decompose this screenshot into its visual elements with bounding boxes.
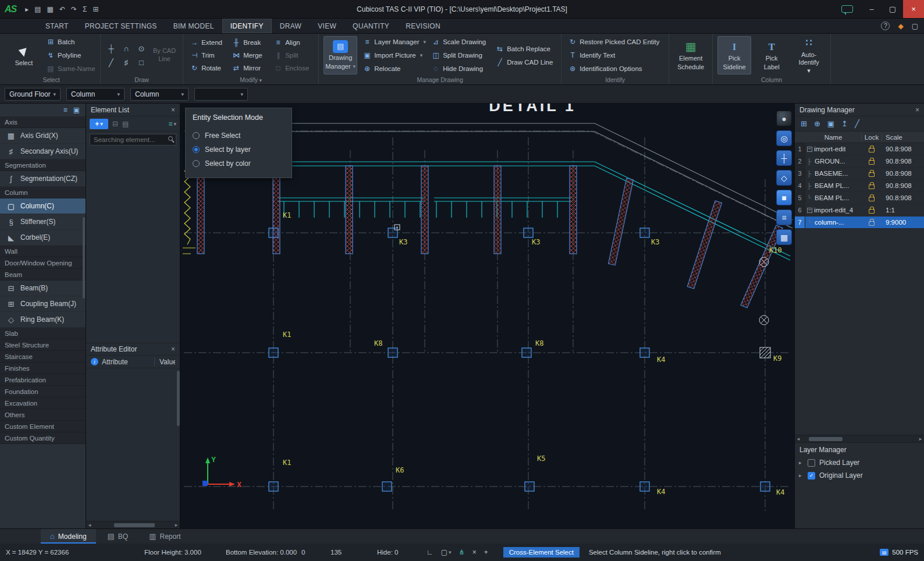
checkbox-picked-layer[interactable] (808, 459, 815, 467)
relative-coord-icon[interactable]: + (484, 548, 488, 556)
ribbon-split-button[interactable]: ∥Split (272, 49, 314, 61)
layers-view-icon[interactable]: ≡ (776, 210, 792, 225)
category-staircase[interactable]: Staircase (0, 351, 86, 363)
category-others[interactable]: Others (0, 409, 86, 421)
drawing-row-import-edit[interactable]: 1−import-edit90.8:908 (795, 143, 924, 155)
scroll-right-icon[interactable]: ▸ (917, 436, 924, 442)
search-input[interactable] (90, 134, 176, 145)
expander-icon[interactable]: ▸ (799, 473, 804, 478)
layout-icon[interactable]: ⊞ (93, 5, 99, 13)
sum-icon[interactable]: Σ (83, 5, 87, 13)
extra-select[interactable]: ▾ (194, 88, 248, 101)
add-element-button[interactable]: +▾ (90, 119, 108, 129)
menu-tab-start[interactable]: START (37, 19, 77, 33)
draw-tool-icon-5[interactable]: ♯ (120, 56, 132, 68)
view-3d-icon[interactable]: ◇ (776, 170, 792, 186)
sidebar-item-axis-grid-x[interactable]: ▦Axis Grid(X) (0, 128, 86, 144)
category-segmentation[interactable]: Segmentation (0, 159, 86, 171)
close-icon[interactable]: × (171, 345, 175, 353)
cross-element-select-button[interactable]: Cross-Element Select (503, 547, 580, 558)
frame-drawing-icon[interactable]: ▣ (827, 119, 834, 128)
scroll-thumb[interactable] (809, 437, 843, 441)
menu-tab-quantity[interactable]: QUANTITY (344, 19, 397, 33)
ribbon-trim-button[interactable]: ⊣Trim (188, 49, 230, 61)
menu-tab-draw[interactable]: DRAW (272, 19, 310, 33)
ribbon-relocate-button[interactable]: ⊕Relocate (361, 62, 426, 74)
drawing-row-beam-pl[interactable]: 4├BEAM PL...90.8:908 (795, 180, 924, 192)
category-slab[interactable]: Slab (0, 328, 86, 339)
pick-sideline-button[interactable]: IPickSideline (717, 36, 751, 74)
chat-icon[interactable] (841, 5, 853, 13)
ribbon-mirror-button[interactable]: ⇄Mirror (230, 62, 272, 74)
import-icon[interactable]: ▸ (25, 5, 29, 13)
ribbon-align-button[interactable]: ≡Align (272, 36, 314, 48)
close-button[interactable]: × (903, 0, 924, 18)
drawing-row-beam-pl[interactable]: 5└BEAM PL...90.8:908 (795, 192, 924, 204)
menu-tab-identify[interactable]: IDENTIFY (222, 19, 272, 33)
auto-identify-button[interactable]: ∷Auto-Identify▾ (792, 36, 826, 74)
sidebar-item-column-c[interactable]: ▢Column(C) (0, 198, 86, 214)
solid-view-icon[interactable]: ■ (776, 190, 792, 205)
sidebar-item-stiffener-s[interactable]: §Stiffener(S) (0, 214, 86, 230)
ribbon-split-drawing-button[interactable]: ◫Split Drawing (429, 49, 490, 62)
schedule-view-icon[interactable]: ▦ (776, 229, 792, 245)
ribbon-polyline-button[interactable]: ↯Polyline (44, 49, 95, 62)
ribbon-rotate-button[interactable]: ↻Rotate (188, 62, 230, 74)
tab-modeling[interactable]: ⌂Modeling (41, 529, 96, 544)
drawing-row-groun[interactable]: 2├GROUN...90.8:908 (795, 155, 924, 168)
ribbon-batch-button[interactable]: ⊞Batch (44, 36, 95, 48)
expander-icon[interactable]: ▸ (799, 460, 804, 466)
ribbon-same-name-button[interactable]: ▤Same-Name (44, 62, 95, 74)
category-foundation[interactable]: Foundation (0, 386, 86, 397)
category-steel-structure[interactable]: Steel Structure (0, 339, 86, 351)
view-sphere-icon[interactable]: ● (776, 111, 792, 126)
radio-free-select[interactable]: Free Select (193, 129, 285, 143)
by-cad-line-button[interactable]: By CAD Line (151, 36, 178, 74)
category-custom-element[interactable]: Custom Element (0, 421, 86, 432)
category-custom-quantity[interactable]: Custom Quantity (0, 432, 86, 444)
minimize-button[interactable]: – (861, 0, 882, 18)
ribbon-merge-button[interactable]: ⋈Merge (230, 49, 272, 61)
group-label-modify[interactable]: Modify (183, 76, 318, 83)
attribute-scrollbar[interactable] (177, 371, 180, 426)
tree-list-view-icon[interactable]: ≡ (63, 106, 67, 114)
drawing-row-baseme[interactable]: 3├BASEME...90.8:908 (795, 168, 924, 180)
sidebar-item-corbel-e[interactable]: ◣Corbel(E) (0, 230, 86, 246)
help-icon[interactable]: ? (881, 22, 890, 30)
redo-icon[interactable]: ↷ (71, 5, 77, 13)
collapse-icon[interactable]: − (807, 208, 812, 213)
ribbon-break-button[interactable]: ╫Break (230, 36, 272, 48)
maximize-button[interactable]: ▢ (882, 0, 903, 18)
ribbon-scale-drawing-button[interactable]: ⊿Scale Drawing (429, 36, 490, 48)
scroll-left-icon[interactable]: ◂ (795, 436, 802, 442)
collapse-icon[interactable]: − (807, 147, 812, 152)
delete-element-icon[interactable]: ⊟ (112, 120, 118, 128)
open-icon[interactable]: ▤ (34, 5, 41, 13)
layer-display-icon[interactable]: ≡▾ (168, 120, 176, 128)
drawing-row-column[interactable]: 7└column-...9:9000 (795, 216, 924, 229)
window-mode-icon[interactable]: ▢ (912, 22, 918, 30)
attribute-editor-body[interactable] (86, 368, 180, 521)
checkbox-original-layer[interactable]: ✓ (808, 472, 815, 480)
ribbon-identify-text-button[interactable]: TIdentify Text (566, 49, 664, 62)
layer-picked-layer[interactable]: ▸Picked Layer (795, 456, 924, 469)
category-prefabrication[interactable]: Prefabrication (0, 374, 86, 386)
pan-icon[interactable]: ┼ (776, 150, 792, 166)
close-icon[interactable]: × (915, 106, 919, 114)
draw-tool-icon-1[interactable]: ┼ (105, 42, 117, 54)
draw-tool-icon-2[interactable]: ∩ (120, 42, 132, 54)
scroll-thumb[interactable] (114, 523, 155, 527)
drawing-manager-button[interactable]: ▤ Drawing Manager ▾ (324, 36, 357, 74)
category-axis[interactable]: Axis (0, 116, 86, 128)
tab-report[interactable]: ▥Report (140, 529, 190, 544)
category-finishes[interactable]: Finishes (0, 363, 86, 374)
ribbon-layer-manager-button[interactable]: ≡Layer Manager▾ (361, 36, 426, 48)
category-door-window-opening[interactable]: Door/Window Opening (0, 257, 86, 269)
locate-drawing-icon[interactable]: ⊕ (814, 119, 820, 128)
ribbon-enclose-button[interactable]: □Enclose (272, 62, 314, 74)
radio-select-by-layer[interactable]: Select by layer (193, 143, 285, 157)
element-list-body[interactable] (86, 147, 180, 343)
sidebar-item-ring-beam-k[interactable]: ◇Ring Beam(K) (0, 312, 86, 328)
menu-tab-bim-model[interactable]: BIM MODEL (165, 19, 222, 33)
sidebar-item-segmentation-cz[interactable]: ∫Segmentation(CZ) (0, 171, 86, 187)
